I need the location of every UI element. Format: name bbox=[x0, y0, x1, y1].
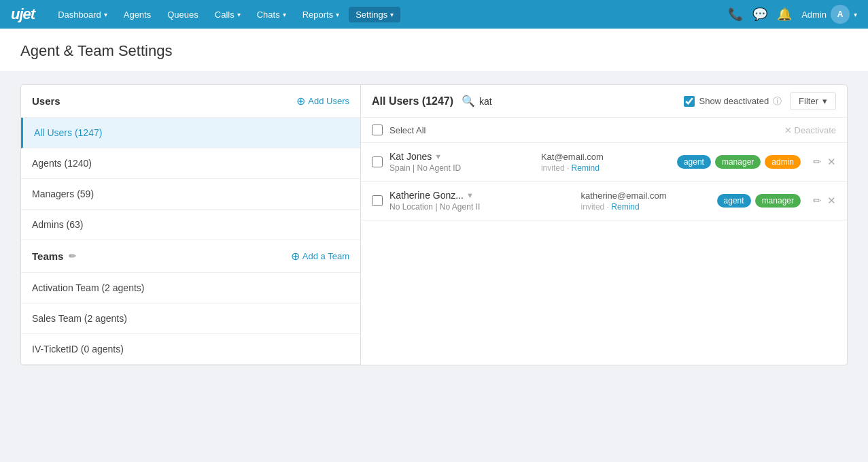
user-email: katherine@email.com bbox=[581, 191, 710, 201]
phone-icon[interactable]: 📞 bbox=[728, 7, 743, 22]
main-panel: Users ⊕ Add Users All Users (1247) Agent… bbox=[20, 84, 848, 365]
sidebar-item-all-users[interactable]: All Users (1247) bbox=[21, 118, 360, 148]
edit-icon[interactable]: ✏ bbox=[69, 251, 76, 261]
user-actions: ✏ ✕ bbox=[813, 156, 836, 168]
add-team-button[interactable]: ⊕ Add a Team bbox=[291, 250, 349, 263]
search-input[interactable] bbox=[479, 96, 534, 107]
info-icon[interactable]: ⓘ bbox=[773, 95, 782, 108]
nav-dashboard[interactable]: Dashboard ▾ bbox=[51, 7, 114, 22]
users-title: Users bbox=[32, 95, 60, 107]
sidebar-item-managers[interactable]: Managers (59) bbox=[21, 179, 360, 210]
sidebar-item-agents[interactable]: Agents (1240) bbox=[21, 148, 360, 179]
user-tags: agent manager admin bbox=[677, 155, 801, 169]
user-email-col: Kat@email.com invited · Remind bbox=[541, 152, 670, 173]
user-info: Kat Jones ▼ Spain | No Agent ID bbox=[389, 151, 534, 173]
select-all-row: Select All ✕ Deactivate bbox=[361, 118, 847, 143]
teams-title: Teams bbox=[32, 250, 63, 262]
chevron-icon: ▾ bbox=[283, 11, 286, 18]
user-email-col: katherine@email.com invited · Remind bbox=[581, 191, 710, 212]
admin-menu[interactable]: Admin A ▾ bbox=[801, 5, 857, 24]
select-all-checkbox[interactable] bbox=[372, 125, 383, 135]
plus-icon: ⊕ bbox=[291, 250, 300, 263]
remind-link[interactable]: Remind bbox=[611, 202, 639, 212]
user-email: Kat@email.com bbox=[541, 152, 670, 162]
select-all-label: Select All bbox=[389, 125, 426, 135]
plus-icon: ⊕ bbox=[296, 95, 305, 108]
chevron-icon: ▾ bbox=[104, 11, 107, 18]
chevron-icon: ▾ bbox=[237, 11, 241, 18]
all-users-title: All Users (1247) bbox=[372, 95, 453, 108]
bell-icon[interactable]: 🔔 bbox=[777, 7, 792, 22]
right-panel: All Users (1247) 🔍 Show deactivated ⓘ Fi… bbox=[361, 85, 847, 365]
table-row: Kat Jones ▼ Spain | No Agent ID Kat@emai… bbox=[361, 143, 847, 182]
user-actions: ✏ ✕ bbox=[813, 195, 836, 207]
navbar: ujet Dashboard ▾ Agents Queues Calls ▾ C… bbox=[0, 0, 868, 29]
agent-tag: agent bbox=[717, 194, 751, 208]
chevron-down-icon: ▾ bbox=[854, 11, 857, 18]
teams-header: Teams ✏ ⊕ Add a Team bbox=[21, 240, 360, 273]
main-content: Users ⊕ Add Users All Users (1247) Agent… bbox=[0, 71, 868, 379]
nav-queues[interactable]: Queues bbox=[160, 7, 205, 22]
sidebar-item-activation-team[interactable]: Activation Team (2 agents) bbox=[21, 273, 360, 303]
chevron-down-icon: ▾ bbox=[822, 96, 827, 106]
search-box: 🔍 bbox=[462, 95, 534, 108]
x-icon: ✕ bbox=[784, 125, 792, 135]
chevron-down-icon[interactable]: ▼ bbox=[434, 152, 442, 161]
sidebar-item-iv-ticketid[interactable]: IV-TicketID (0 agents) bbox=[21, 334, 360, 365]
user-info: Katherine Gonz... ▼ No Location | No Age… bbox=[389, 190, 574, 212]
agent-tag: agent bbox=[677, 155, 711, 169]
logo: ujet bbox=[11, 5, 35, 23]
left-panel: Users ⊕ Add Users All Users (1247) Agent… bbox=[21, 85, 361, 365]
search-icon: 🔍 bbox=[462, 95, 475, 108]
admin-tag: admin bbox=[765, 155, 801, 169]
nav-calls[interactable]: Calls ▾ bbox=[208, 7, 247, 22]
sidebar-item-sales-team[interactable]: Sales Team (2 agents) bbox=[21, 303, 360, 334]
chevron-icon: ▾ bbox=[336, 11, 339, 18]
chevron-down-icon[interactable]: ▼ bbox=[466, 191, 474, 199]
add-users-button[interactable]: ⊕ Add Users bbox=[296, 95, 349, 108]
show-deactivated-label: Show deactivated bbox=[699, 96, 769, 106]
nav-agents[interactable]: Agents bbox=[117, 7, 158, 22]
user-tags: agent manager bbox=[717, 194, 801, 208]
user-checkbox[interactable] bbox=[372, 156, 383, 167]
user-status: invited · Remind bbox=[541, 163, 670, 173]
edit-icon[interactable]: ✏ bbox=[813, 195, 822, 207]
sidebar-item-admins[interactable]: Admins (63) bbox=[21, 210, 360, 240]
manager-tag: manager bbox=[755, 194, 801, 208]
close-icon[interactable]: ✕ bbox=[827, 156, 836, 168]
nav-chats[interactable]: Chats ▾ bbox=[250, 7, 293, 22]
user-checkbox[interactable] bbox=[372, 195, 383, 206]
show-deactivated-checkbox[interactable] bbox=[684, 96, 695, 107]
filter-button[interactable]: Filter ▾ bbox=[790, 92, 836, 110]
show-deactivated-toggle: Show deactivated ⓘ bbox=[684, 95, 782, 108]
edit-icon[interactable]: ✏ bbox=[813, 156, 822, 168]
nav-settings[interactable]: Settings ▾ bbox=[349, 7, 400, 22]
close-icon[interactable]: ✕ bbox=[827, 195, 836, 207]
user-name-text: Kat Jones bbox=[389, 151, 432, 162]
avatar: A bbox=[831, 5, 850, 24]
nav-reports[interactable]: Reports ▾ bbox=[296, 7, 347, 22]
filter-label: Filter bbox=[799, 96, 818, 106]
deactivate-button: ✕ Deactivate bbox=[784, 125, 836, 135]
chat-icon[interactable]: 💬 bbox=[752, 7, 767, 22]
manager-tag: manager bbox=[715, 155, 761, 169]
user-name-text: Katherine Gonz... bbox=[389, 190, 464, 201]
chevron-icon: ▾ bbox=[390, 11, 394, 18]
right-panel-header: All Users (1247) 🔍 Show deactivated ⓘ Fi… bbox=[361, 85, 847, 118]
user-status: invited · Remind bbox=[581, 202, 710, 212]
table-row: Katherine Gonz... ▼ No Location | No Age… bbox=[361, 182, 847, 220]
page-title: Agent & Team Settings bbox=[0, 29, 868, 71]
nav-right: 📞 💬 🔔 Admin A ▾ bbox=[728, 5, 857, 24]
remind-link[interactable]: Remind bbox=[572, 163, 600, 173]
users-header: Users ⊕ Add Users bbox=[21, 85, 360, 118]
